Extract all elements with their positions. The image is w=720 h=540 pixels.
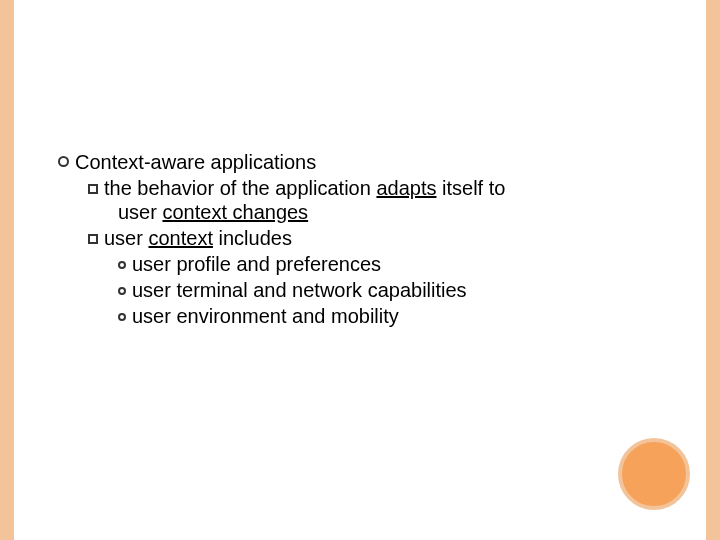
text: user xyxy=(118,201,162,223)
text: context xyxy=(148,227,212,249)
text: context changes xyxy=(162,201,308,223)
bullet-level3: user environment and mobility xyxy=(118,304,662,328)
bullet-level3: user terminal and network capabilities xyxy=(118,278,662,302)
dot-bullet-icon xyxy=(118,287,126,295)
dot-bullet-icon xyxy=(118,261,126,269)
text: adapts xyxy=(376,177,436,199)
text: behavior of the application xyxy=(132,177,377,199)
bullet-level3: user profile and preferences xyxy=(118,252,662,276)
decor-bar-right xyxy=(706,0,720,540)
text: itself to xyxy=(436,177,505,199)
text: includes xyxy=(213,227,292,249)
text: user xyxy=(104,227,148,249)
slide-content: Context-aware applications the behavior … xyxy=(58,150,662,328)
dot-bullet-icon xyxy=(118,313,126,321)
text: applications xyxy=(205,151,316,173)
text: the xyxy=(104,177,132,199)
bullet-level1: Context-aware applications xyxy=(58,150,662,174)
text: terminal and network capabilities xyxy=(171,279,467,301)
slide: Context-aware applications the behavior … xyxy=(0,0,720,540)
bullet-level2: the behavior of the application adapts i… xyxy=(88,176,662,224)
decor-ball xyxy=(618,438,690,510)
text: environment and mobility xyxy=(171,305,399,327)
square-bullet-icon xyxy=(88,184,98,194)
text: user xyxy=(132,253,171,275)
text: user xyxy=(132,279,171,301)
text: user xyxy=(132,305,171,327)
ring-bullet-icon xyxy=(58,156,69,167)
text-continuation: user context changes xyxy=(88,200,662,224)
bullet-level2: user context includes xyxy=(88,226,662,250)
text: profile and preferences xyxy=(171,253,381,275)
text: Context-aware xyxy=(75,151,205,173)
square-bullet-icon xyxy=(88,234,98,244)
decor-bar-left xyxy=(0,0,14,540)
